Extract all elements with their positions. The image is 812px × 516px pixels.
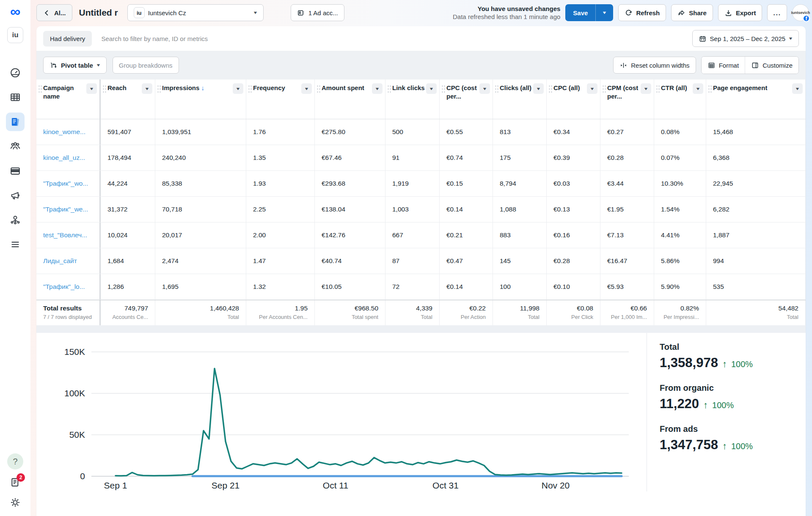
- sidebar-item-ads-megaphone[interactable]: [6, 186, 25, 205]
- share-icon: [677, 9, 685, 17]
- column-header: CPC (all)▼: [547, 80, 600, 119]
- more-options-button[interactable]: ...: [767, 4, 787, 21]
- campaign-link[interactable]: test_"Вовлеч...: [43, 231, 87, 239]
- export-button[interactable]: Export: [718, 4, 762, 21]
- metric-cell: 500: [385, 119, 440, 145]
- column-menu-button[interactable]: ▼: [792, 83, 803, 94]
- column-header: CTR (all)▼: [654, 80, 706, 119]
- account-selector[interactable]: iu Iuntsevich Cz ▼: [127, 4, 264, 21]
- sidebar-item-data-table[interactable]: [6, 88, 25, 107]
- column-header: Clicks (all)▼: [493, 80, 547, 119]
- drag-handle-icon[interactable]: [317, 85, 320, 94]
- settings-gear-icon[interactable]: [9, 497, 21, 510]
- metric-cell: 1,088: [493, 197, 547, 222]
- total-metric-cell: 54,482Total: [706, 300, 806, 325]
- metric-cell: 10,024: [101, 222, 155, 248]
- search-input[interactable]: [101, 35, 692, 42]
- column-menu-button[interactable]: ▼: [587, 83, 597, 94]
- column-header: Campaign name▼: [36, 80, 101, 119]
- metric-cell: 100: [493, 274, 547, 299]
- drag-handle-icon[interactable]: [441, 85, 445, 94]
- user-avatar[interactable]: Iuntsevich f: [792, 4, 809, 21]
- customize-button[interactable]: Customize: [745, 57, 798, 74]
- column-header: CPC (cost per...▼: [440, 80, 493, 119]
- metric-cell: 8,794: [493, 171, 547, 196]
- drag-handle-icon[interactable]: [548, 85, 552, 94]
- sidebar-item-billing-card[interactable]: [6, 162, 25, 180]
- drag-handle-icon[interactable]: [602, 85, 606, 94]
- summary-value: 11,220: [660, 396, 699, 412]
- column-menu-button[interactable]: ▼: [641, 83, 651, 94]
- drag-handle-icon[interactable]: [248, 85, 252, 94]
- column-menu-button[interactable]: ▼: [233, 83, 243, 94]
- id-card-icon: [297, 9, 305, 17]
- help-icon[interactable]: ?: [7, 453, 23, 469]
- drag-handle-icon[interactable]: [495, 85, 498, 94]
- meta-logo-icon[interactable]: ∞: [10, 3, 20, 19]
- metric-cell: 1,887: [706, 222, 806, 248]
- summary-delta: 100%: [731, 360, 753, 369]
- campaign-link[interactable]: kinoe_all_uz...: [43, 154, 85, 162]
- campaign-link[interactable]: "Трафик"_wo...: [43, 180, 88, 187]
- campaign-link[interactable]: "Трафик"_lo...: [43, 283, 85, 291]
- campaign-name-cell: "Трафик"_we...: [36, 197, 101, 222]
- column-menu-button[interactable]: ▼: [533, 83, 544, 94]
- column-menu-button[interactable]: ▼: [372, 83, 383, 94]
- save-options-button[interactable]: ▼: [595, 4, 613, 21]
- metric-cell: 2.25: [246, 197, 315, 222]
- table-row: Лиды_сайт1,6842,4741.47€40.7487€0.47145€…: [36, 248, 806, 274]
- date-range-button[interactable]: Sep 1, 2025 – Dec 2, 2025 ▼: [692, 30, 799, 47]
- sidebar-item-audiences-people[interactable]: [6, 137, 25, 156]
- campaign-link[interactable]: Лиды_сайт: [43, 257, 77, 265]
- column-menu-button[interactable]: ▼: [301, 83, 312, 94]
- metric-cell: 22,945: [706, 171, 806, 196]
- share-button[interactable]: Share: [671, 4, 713, 21]
- metric-cell: 1.32: [246, 274, 315, 299]
- campaign-link[interactable]: kinoe_wome...: [43, 128, 85, 136]
- svg-text:Oct 11: Oct 11: [323, 480, 348, 490]
- metric-cell: 1.93: [246, 171, 315, 196]
- column-menu-button[interactable]: ▼: [479, 83, 490, 94]
- save-split-button: Save ▼: [565, 4, 613, 21]
- drag-handle-icon[interactable]: [157, 85, 161, 94]
- format-button[interactable]: Format: [702, 57, 745, 74]
- drag-handle-icon[interactable]: [656, 85, 660, 94]
- sidebar-item-menu-lines[interactable]: [6, 235, 25, 254]
- metric-cell: €67.46: [315, 145, 385, 170]
- refresh-button[interactable]: Refresh: [618, 4, 666, 21]
- sidebar-item-dashboard-gauge[interactable]: [6, 63, 25, 82]
- column-menu-button[interactable]: ▼: [426, 83, 437, 94]
- metric-cell: €3.44: [600, 171, 654, 196]
- metric-cell: 6,368: [706, 145, 806, 170]
- drag-handle-icon[interactable]: [38, 85, 42, 94]
- drag-handle-icon[interactable]: [102, 85, 106, 94]
- sidebar-item-assets-network[interactable]: [6, 211, 25, 229]
- pivot-table-button[interactable]: Pivot table ▼: [43, 57, 107, 74]
- metric-cell: €10.05: [315, 274, 385, 299]
- sidebar-item-reports[interactable]: [6, 113, 25, 131]
- save-button[interactable]: Save: [565, 4, 595, 21]
- total-metric-cell: 11,998Total: [493, 300, 547, 325]
- metric-cell: 0.08%: [654, 119, 706, 145]
- reset-column-widths-button[interactable]: Reset column widths: [613, 57, 696, 74]
- unsaved-changes-text: You have unsaved changes: [453, 5, 560, 13]
- back-label: Al...: [54, 9, 66, 16]
- column-label: Link clicks: [392, 84, 425, 91]
- trend-chart: 050K100K150KSep 1Sep 21Oct 11Oct 31Nov 2…: [36, 333, 647, 491]
- notifications-icon[interactable]: 2: [9, 476, 21, 490]
- business-avatar[interactable]: iu: [7, 27, 23, 43]
- had-delivery-chip[interactable]: Had delivery: [43, 31, 92, 47]
- metric-cell: €0.55: [440, 119, 493, 145]
- drag-handle-icon[interactable]: [387, 85, 391, 94]
- column-menu-button[interactable]: ▼: [142, 83, 152, 94]
- table-row: "Трафик"_wo...44,22485,3381.93€293.681,9…: [36, 171, 806, 197]
- table-toolbar: Pivot table ▼ Group breakdowns Reset col…: [36, 51, 806, 80]
- ad-account-filter-button[interactable]: 1 Ad acc...: [291, 4, 344, 21]
- column-menu-button[interactable]: ▼: [86, 83, 97, 94]
- drag-handle-icon[interactable]: [708, 85, 712, 94]
- campaign-link[interactable]: "Трафик"_we...: [43, 206, 88, 213]
- back-button[interactable]: Al...: [36, 4, 72, 21]
- column-label: Campaign name: [43, 84, 74, 100]
- column-menu-button[interactable]: ▼: [693, 83, 703, 94]
- group-breakdowns-button[interactable]: Group breakdowns: [113, 57, 179, 74]
